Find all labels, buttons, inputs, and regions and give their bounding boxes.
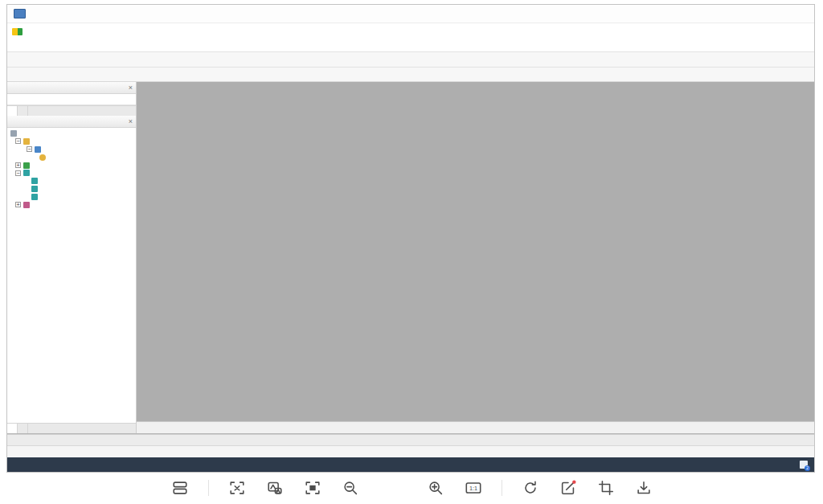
nav-server[interactable]: − <box>7 145 136 154</box>
collapse-icon[interactable]: − <box>15 170 21 176</box>
download-icon[interactable] <box>634 478 653 498</box>
ea-icon <box>31 194 38 200</box>
notification-center-icon[interactable] <box>800 461 808 469</box>
layout-grid-icon[interactable] <box>170 478 190 498</box>
nav-ea-group[interactable]: − <box>7 169 136 177</box>
ea-icon <box>31 186 38 192</box>
market-watch-tabs <box>7 105 136 116</box>
accounts-icon <box>23 138 30 145</box>
nav-scripts[interactable]: + <box>7 201 136 209</box>
child-window-controls <box>751 39 814 51</box>
crop-icon[interactable] <box>596 478 616 498</box>
account-icon <box>39 154 46 161</box>
edit-icon[interactable] <box>559 478 578 498</box>
navigator-tree: − − <box>7 128 136 423</box>
windows-taskbar <box>7 457 814 472</box>
mt4-logo-icon <box>12 28 23 35</box>
scripts-icon <box>23 202 30 208</box>
one-to-one-icon[interactable]: 1:1 <box>464 478 483 498</box>
toolbar-standard <box>7 51 814 68</box>
image-viewer-toolbar: 1:1 <box>0 474 823 502</box>
history-summary-row <box>7 434 814 445</box>
mw-col-symbol[interactable] <box>7 94 67 105</box>
market-watch-header[interactable]: × <box>7 82 136 94</box>
tab-symbols[interactable] <box>7 106 18 116</box>
mt4-titlebar[interactable] <box>7 23 814 39</box>
divider <box>502 480 502 496</box>
chart-zone <box>137 82 814 433</box>
zoom-in-icon[interactable] <box>426 478 445 498</box>
workspace: × <box>7 82 814 433</box>
nav-indicators[interactable]: + <box>7 162 136 170</box>
mw-col-bid[interactable] <box>67 94 101 105</box>
rotate-icon[interactable] <box>521 478 540 498</box>
ea-icon <box>31 178 38 184</box>
menu-bar <box>7 39 814 51</box>
navigator-tabs <box>7 423 136 433</box>
tab-common[interactable] <box>7 424 18 433</box>
collapse-icon[interactable]: − <box>27 146 32 152</box>
navigator-header[interactable]: × <box>7 116 136 128</box>
rdp-icon <box>14 9 26 18</box>
screenshot-viewer: × <box>0 0 823 504</box>
nav-account[interactable] <box>7 154 136 162</box>
rdp-window-controls <box>737 5 814 23</box>
tab-favorites[interactable] <box>18 424 28 433</box>
toolbar-line-studies-timeframes <box>7 68 814 82</box>
expand-icon[interactable]: + <box>15 162 21 168</box>
mt4-window-controls <box>751 23 814 39</box>
mw-col-ask[interactable] <box>101 94 136 105</box>
collapse-icon[interactable]: − <box>15 138 21 144</box>
server-icon <box>10 130 17 137</box>
remote-desktop-window: × <box>6 4 815 473</box>
fit-screen-icon[interactable] <box>303 478 322 498</box>
chart-tabstrip <box>137 421 814 433</box>
translate-icon[interactable] <box>265 478 285 498</box>
mt4-application: × <box>7 23 814 457</box>
account-server-icon <box>35 146 41 153</box>
svg-text:1:1: 1:1 <box>469 485 477 492</box>
ocr-icon[interactable] <box>227 478 247 498</box>
nav-ea-item[interactable] <box>7 177 136 185</box>
left-dock: × <box>7 82 137 433</box>
tab-tick-chart[interactable] <box>18 106 28 116</box>
system-tray <box>760 461 811 469</box>
divider <box>208 480 209 496</box>
terminal-panel <box>7 433 814 457</box>
market-watch-close-icon[interactable]: × <box>129 84 133 92</box>
expand-icon[interactable]: + <box>15 202 21 207</box>
zoom-out-icon[interactable] <box>341 478 360 498</box>
nav-root[interactable] <box>7 129 136 137</box>
nav-ea-item[interactable] <box>7 193 136 201</box>
market-watch-table <box>7 94 136 105</box>
terminal-tabs <box>7 445 814 457</box>
nav-accounts[interactable]: − <box>7 137 136 145</box>
rdp-titlebar[interactable] <box>7 5 814 23</box>
navigator-close-icon[interactable]: × <box>129 117 133 125</box>
indicators-icon <box>23 162 30 169</box>
ea-icon <box>23 170 30 176</box>
nav-ea-item[interactable] <box>7 185 136 193</box>
